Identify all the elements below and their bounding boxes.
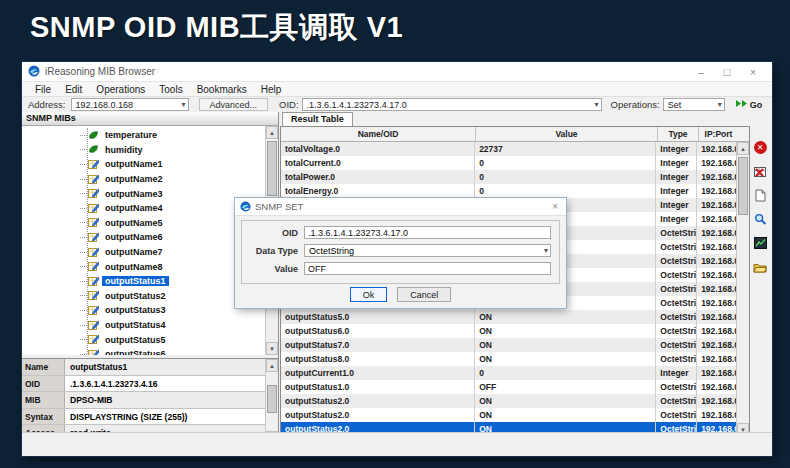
tree-connector bbox=[80, 222, 87, 223]
clear-table-icon[interactable] bbox=[753, 164, 768, 178]
scroll-up-icon[interactable]: ▲ bbox=[266, 126, 278, 139]
table-row[interactable]: outputStatus7.0ONOctetString192.168.0... bbox=[281, 338, 736, 352]
ok-button[interactable]: Ok bbox=[350, 287, 388, 302]
tree-item-outputname3[interactable]: outputName3 bbox=[22, 186, 265, 201]
property-row-oid: OID.1.3.6.1.4.1.23273.4.16 bbox=[22, 376, 265, 393]
tree-item-outputstatus1[interactable]: outputStatus1 bbox=[22, 274, 265, 289]
table-cell: ON bbox=[475, 394, 656, 408]
menu-tools[interactable]: Tools bbox=[152, 84, 189, 95]
table-cell: outputStatus6.0 bbox=[281, 324, 475, 338]
advanced-button[interactable]: Advanced... bbox=[199, 98, 269, 111]
tree-item-outputname6[interactable]: outputName6 bbox=[22, 230, 265, 245]
tree-item-outputname7[interactable]: outputName7 bbox=[22, 245, 265, 260]
table-cell: 0 bbox=[475, 366, 656, 380]
table-cell: 192.168.0... bbox=[697, 338, 736, 352]
edit-pen-icon bbox=[88, 174, 100, 185]
table-cell: OctetString bbox=[656, 338, 697, 352]
tree-item-humidity[interactable]: humidity bbox=[22, 143, 265, 158]
table-cell: Integer bbox=[656, 212, 697, 226]
tree-item-outputstatus6[interactable]: outputStatus6 bbox=[22, 347, 265, 355]
column-header-value[interactable]: Value bbox=[476, 127, 658, 141]
scroll-up-icon[interactable]: ▲ bbox=[737, 142, 749, 155]
tree-item-label: temperature bbox=[102, 130, 160, 140]
table-cell: 192.168.0... bbox=[697, 282, 736, 296]
graph-icon[interactable] bbox=[753, 236, 768, 250]
dialog-close-icon[interactable]: × bbox=[549, 201, 561, 212]
table-row[interactable]: outputStatus6.0ONOctetString192.168.0... bbox=[281, 324, 736, 338]
tree-item-outputname5[interactable]: outputName5 bbox=[22, 216, 265, 231]
table-cell: ON bbox=[475, 324, 656, 338]
column-header-name-oid[interactable]: Name/OID bbox=[281, 127, 476, 141]
table-scrollbar[interactable]: ▲ ▼ bbox=[736, 142, 749, 436]
scrollbar-thumb[interactable] bbox=[267, 141, 277, 196]
table-cell: 192.168.0... bbox=[697, 226, 736, 240]
table-cell: 192.168.0... bbox=[697, 198, 736, 212]
dialog-value-input[interactable] bbox=[304, 262, 551, 275]
search-icon[interactable] bbox=[753, 212, 768, 226]
menu-bookmarks[interactable]: Bookmarks bbox=[190, 84, 254, 95]
menu-operations[interactable]: Operations bbox=[89, 84, 152, 95]
table-cell: Integer bbox=[656, 198, 697, 212]
tab-result-table[interactable]: Result Table bbox=[282, 112, 353, 126]
table-row[interactable]: totalEnergy.00Integer192.168.0... bbox=[281, 184, 736, 198]
chevron-down-icon: ▾ bbox=[544, 246, 548, 255]
tree-item-outputstatus4[interactable]: outputStatus4 bbox=[22, 318, 265, 333]
tree-connector bbox=[80, 149, 87, 150]
operations-combo[interactable]: Set▾ bbox=[663, 98, 725, 111]
table-row[interactable]: totalVoltage.022737Integer192.168.0... bbox=[281, 142, 736, 156]
tree-item-outputname1[interactable]: outputName1 bbox=[22, 157, 265, 172]
tree-item-outputstatus2[interactable]: outputStatus2 bbox=[22, 289, 265, 304]
table-row[interactable]: outputStatus2.0ONOctetString192.168.0... bbox=[281, 394, 736, 408]
address-combo[interactable]: 192.168.0.168▾ bbox=[71, 98, 189, 111]
column-header-ip-port[interactable]: IP:Port bbox=[699, 127, 738, 141]
window-title: iReasoning MIB Browser bbox=[45, 66, 155, 77]
table-row[interactable]: outputStatus1.0OFFOctetString192.168.0..… bbox=[281, 380, 736, 394]
tree-item-outputname4[interactable]: outputName4 bbox=[22, 201, 265, 216]
table-cell: 192.168.0... bbox=[697, 352, 736, 366]
table-row[interactable]: outputCurrent1.00Integer192.168.0... bbox=[281, 366, 736, 380]
table-cell: OctetString bbox=[656, 282, 697, 296]
table-row[interactable]: outputStatus2.0ONOctetString192.168.0... bbox=[281, 408, 736, 422]
close-button[interactable]: × bbox=[740, 63, 766, 81]
dialog-oid-input[interactable] bbox=[304, 226, 551, 239]
edit-pen-icon bbox=[88, 261, 100, 272]
tree-item-temperature[interactable]: temperature bbox=[22, 128, 265, 143]
dialog-datatype-combo[interactable]: OctetString▾ bbox=[304, 244, 551, 257]
table-row[interactable]: totalCurrent.00Integer192.168.0... bbox=[281, 156, 736, 170]
go-button[interactable]: Go bbox=[735, 99, 763, 110]
menu-help[interactable]: Help bbox=[254, 84, 289, 95]
table-cell: 192.168.0... bbox=[697, 156, 736, 170]
menu-edit[interactable]: Edit bbox=[58, 84, 89, 95]
tree-item-outputname2[interactable]: outputName2 bbox=[22, 172, 265, 187]
table-row[interactable]: totalPower.00Integer192.168.0... bbox=[281, 170, 736, 184]
table-cell: totalVoltage.0 bbox=[281, 142, 475, 156]
open-folder-icon[interactable] bbox=[753, 260, 768, 274]
new-document-icon[interactable] bbox=[753, 188, 768, 202]
stop-icon[interactable]: ✕ bbox=[753, 140, 768, 154]
property-value: outputStatus1 bbox=[65, 359, 265, 375]
column-header-type[interactable]: Type bbox=[658, 127, 699, 141]
edit-pen-icon bbox=[88, 203, 100, 214]
minimize-button[interactable]: – bbox=[688, 63, 714, 81]
tree-item-label: outputStatus5 bbox=[102, 335, 169, 345]
operations-label: Operations: bbox=[608, 99, 663, 110]
scroll-down-icon[interactable]: ▼ bbox=[266, 342, 278, 355]
maximize-button[interactable]: □ bbox=[714, 63, 740, 81]
leaf-icon bbox=[88, 144, 100, 155]
table-cell: 192.168.0... bbox=[697, 212, 736, 226]
tree-item-outputname8[interactable]: outputName8 bbox=[22, 259, 265, 274]
scrollbar-thumb[interactable] bbox=[738, 157, 748, 215]
cancel-button[interactable]: Cancel bbox=[397, 287, 451, 302]
scrollbar-thumb[interactable] bbox=[267, 385, 277, 413]
oid-combo[interactable]: .1.3.6.1.4.1.23273.4.17.0▾ bbox=[302, 98, 602, 111]
tree-item-outputstatus5[interactable]: outputStatus5 bbox=[22, 332, 265, 347]
table-cell: 0 bbox=[475, 156, 656, 170]
menu-file[interactable]: File bbox=[28, 84, 58, 95]
tree-item-outputstatus3[interactable]: outputStatus3 bbox=[22, 303, 265, 318]
dialog-value-label: Value bbox=[242, 264, 304, 274]
scroll-up-icon[interactable]: ▲ bbox=[266, 359, 278, 372]
table-row[interactable]: outputStatus5.0ONOctetString192.168.0... bbox=[281, 310, 736, 324]
go-icon bbox=[735, 99, 750, 110]
table-cell: OctetString bbox=[656, 394, 697, 408]
table-row[interactable]: outputStatus8.0ONOctetString192.168.0... bbox=[281, 352, 736, 366]
